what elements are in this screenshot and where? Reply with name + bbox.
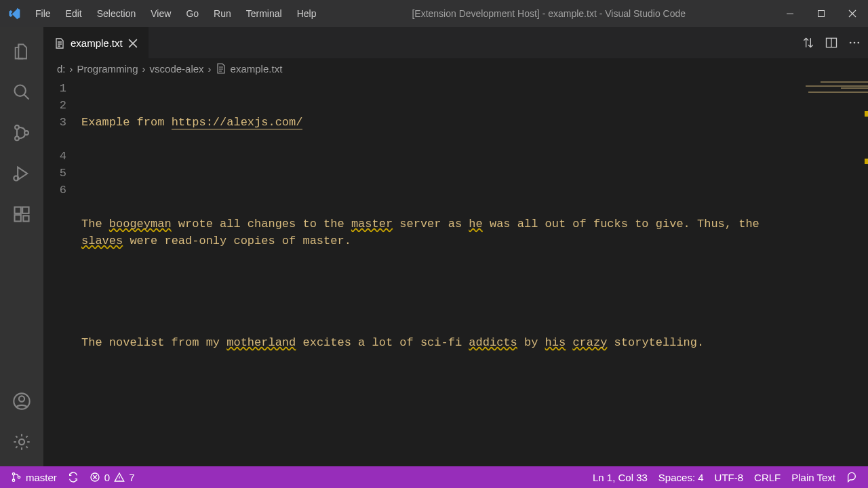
code-content[interactable]: Example from https://alexjs.com/ The boo… <box>81 79 868 466</box>
svg-point-17 <box>858 42 860 44</box>
svg-point-13 <box>19 439 24 445</box>
svg-point-12 <box>19 396 24 401</box>
run-debug-icon[interactable] <box>5 157 38 190</box>
svg-rect-8 <box>22 207 28 214</box>
accounts-icon[interactable] <box>5 385 38 418</box>
extensions-icon[interactable] <box>5 198 38 230</box>
svg-point-3 <box>15 125 19 129</box>
file-lines-icon <box>54 38 65 49</box>
svg-point-19 <box>12 479 14 481</box>
minimap[interactable] <box>800 79 868 466</box>
svg-rect-10 <box>23 216 28 221</box>
settings-gear-icon[interactable] <box>5 426 38 458</box>
svg-rect-0 <box>787 14 793 14</box>
line-number: 5 <box>43 165 66 182</box>
status-encoding[interactable]: UTF-8 <box>709 472 749 483</box>
status-eol[interactable]: CRLF <box>749 472 786 483</box>
menu-file[interactable]: File <box>28 5 58 22</box>
file-lines-icon <box>216 63 226 74</box>
svg-point-20 <box>18 476 20 478</box>
source-control-icon[interactable] <box>5 117 38 149</box>
svg-point-4 <box>15 136 19 140</box>
vscode-logo-icon <box>5 5 23 22</box>
status-language[interactable]: Plain Text <box>786 472 841 483</box>
menu-go[interactable]: Go <box>179 5 205 22</box>
svg-point-16 <box>854 42 856 44</box>
chevron-right-icon: › <box>142 63 146 75</box>
svg-point-15 <box>850 42 852 44</box>
svg-rect-1 <box>818 11 825 17</box>
breadcrumb-file[interactable]: example.txt <box>231 63 283 75</box>
split-editor-icon[interactable] <box>825 36 838 49</box>
tab-bar: example.txt <box>43 27 868 58</box>
svg-point-18 <box>12 473 14 475</box>
close-icon[interactable] <box>128 39 138 48</box>
line-number: 1 <box>43 80 66 97</box>
text-editor[interactable]: 1 2 3 4 5 6 Example from https://alexjs.… <box>43 79 868 466</box>
activity-bar <box>0 27 43 466</box>
more-actions-icon[interactable] <box>848 36 861 49</box>
line-number: 2 <box>43 97 66 114</box>
menu-view[interactable]: View <box>144 5 178 22</box>
status-cursor-position[interactable]: Ln 1, Col 33 <box>587 472 653 483</box>
menu-terminal[interactable]: Terminal <box>239 5 289 22</box>
status-feedback-icon[interactable] <box>841 472 863 483</box>
window-title: [Extension Development Host] - example.t… <box>323 8 774 19</box>
chevron-right-icon: › <box>70 63 73 75</box>
line-number: 3 <box>43 114 66 131</box>
tab-label: example.txt <box>71 37 123 49</box>
line-number: 6 <box>43 182 66 199</box>
url-link[interactable]: https://alexjs.com/ <box>172 116 303 129</box>
breadcrumb-folder[interactable]: vscode-alex <box>150 63 204 75</box>
title-bar: File Edit Selection View Go Run Terminal… <box>0 0 868 27</box>
breadcrumb-folder[interactable]: Programming <box>77 63 138 75</box>
status-indentation[interactable]: Spaces: 4 <box>653 472 709 483</box>
explorer-icon[interactable] <box>5 35 38 68</box>
tab-example[interactable]: example.txt <box>43 27 149 58</box>
status-bar: master 0 7 Ln 1, Col 33 Spaces: 4 UTF-8 … <box>0 466 868 488</box>
maximize-button[interactable] <box>806 0 837 27</box>
svg-point-5 <box>24 131 28 135</box>
search-icon[interactable] <box>5 76 38 108</box>
menu-help[interactable]: Help <box>290 5 323 22</box>
status-sync[interactable] <box>62 472 84 483</box>
minimize-button[interactable] <box>774 0 806 27</box>
svg-point-2 <box>15 85 26 96</box>
svg-rect-7 <box>15 207 21 214</box>
menu-selection[interactable]: Selection <box>90 5 143 22</box>
compare-icon[interactable] <box>802 36 815 49</box>
menu-edit[interactable]: Edit <box>59 5 89 22</box>
menu-run[interactable]: Run <box>207 5 238 22</box>
menu-bar: File Edit Selection View Go Run Terminal… <box>28 5 323 22</box>
line-number: 4 <box>43 148 66 165</box>
chevron-right-icon: › <box>208 63 212 75</box>
close-button[interactable] <box>837 0 868 27</box>
breadcrumb-drive[interactable]: d: <box>57 63 66 75</box>
status-branch[interactable]: master <box>5 472 62 483</box>
breadcrumb[interactable]: d: › Programming › vscode-alex › example… <box>43 58 868 79</box>
status-problems[interactable]: 0 7 <box>84 472 140 483</box>
svg-rect-9 <box>15 215 21 221</box>
line-gutter: 1 2 3 4 5 6 <box>43 79 81 466</box>
